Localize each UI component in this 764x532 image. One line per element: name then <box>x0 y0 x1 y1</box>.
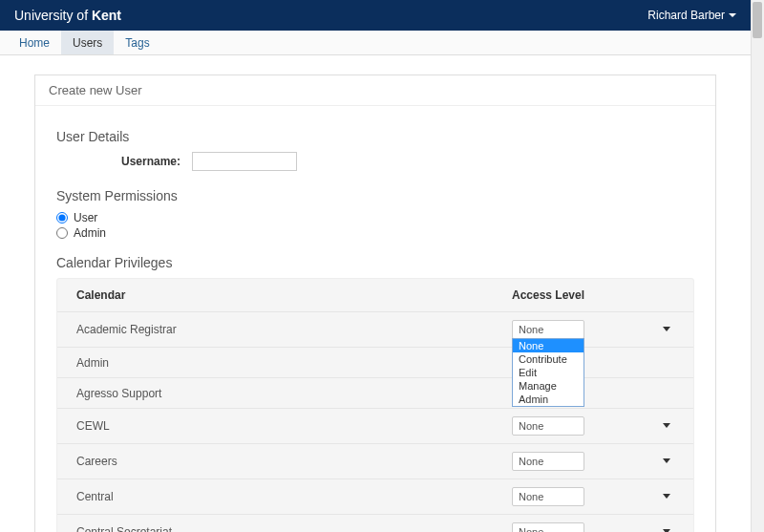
permission-admin-row[interactable]: Admin <box>56 226 694 240</box>
permission-user-label: User <box>74 211 97 224</box>
nav-tabs: Home Users Tags <box>0 31 751 55</box>
section-system-permissions: System Permissions <box>56 188 694 203</box>
access-level-option[interactable]: Admin <box>513 393 584 406</box>
calendar-name: Central <box>76 490 512 503</box>
access-cell: None <box>512 487 674 506</box>
calendar-name: Academic Registrar <box>76 323 512 336</box>
permission-user-row[interactable]: User <box>56 211 694 224</box>
permission-user-radio[interactable] <box>56 212 68 223</box>
chevron-down-icon <box>663 423 670 428</box>
calendar-name: Central Secretariat <box>76 525 512 532</box>
table-row: CareersNone <box>57 443 693 479</box>
user-menu[interactable]: Richard Barber <box>647 9 736 22</box>
brand: University of Kent <box>14 8 121 23</box>
section-user-details: User Details <box>56 129 694 144</box>
chevron-down-icon <box>663 458 670 463</box>
chevron-down-icon <box>663 327 670 331</box>
username-input[interactable] <box>192 152 297 171</box>
col-header-access: Access Level <box>512 288 674 302</box>
access-cell: None <box>512 522 674 532</box>
top-bar: University of Kent Richard Barber <box>0 0 751 31</box>
username-label: Username: <box>95 155 180 168</box>
access-level-option[interactable]: Manage <box>513 379 584 393</box>
calendar-name: Careers <box>76 455 512 468</box>
access-cell: None <box>512 416 674 436</box>
access-level-select[interactable]: None <box>512 416 584 436</box>
access-level-select[interactable]: None <box>512 522 584 532</box>
access-level-select[interactable]: None <box>512 487 584 506</box>
access-level-select[interactable]: None <box>512 320 584 339</box>
calendar-name: Agresso Support <box>76 387 512 400</box>
chevron-down-icon <box>663 494 670 499</box>
table-row: CentralNone <box>57 479 693 514</box>
scrollbar-track[interactable] <box>751 0 764 532</box>
user-menu-label: Richard Barber <box>647 9 725 22</box>
access-level-option[interactable]: None <box>513 339 584 352</box>
access-level-dropdown: NoneContributeEditManageAdmin <box>512 338 584 407</box>
access-level-option[interactable]: Edit <box>513 366 584 379</box>
calendar-name: CEWL <box>76 419 512 433</box>
brand-bold: Kent <box>92 8 121 23</box>
tab-users[interactable]: Users <box>61 31 114 54</box>
table-header: Calendar Access Level <box>57 279 693 311</box>
permission-admin-label: Admin <box>74 226 106 240</box>
table-row: Central SecretariatNone <box>57 514 693 532</box>
access-cell: None <box>512 452 674 471</box>
create-user-panel: Create new User User Details Username: S… <box>34 74 716 532</box>
brand-prefix: University of <box>14 8 92 23</box>
panel-title: Create new User <box>35 75 715 106</box>
table-row: Agresso Support <box>57 377 693 408</box>
scrollbar-thumb[interactable] <box>753 2 762 38</box>
access-level-select[interactable]: None <box>512 452 584 471</box>
permission-admin-radio[interactable] <box>56 227 68 239</box>
table-row: Academic RegistrarNoneNoneContributeEdit… <box>57 311 693 347</box>
access-level-option[interactable]: Contribute <box>513 352 584 366</box>
col-header-calendar: Calendar <box>76 288 512 302</box>
table-row: Admin <box>57 347 693 377</box>
section-calendar-privileges: Calendar Privileges <box>56 255 694 270</box>
tab-home[interactable]: Home <box>8 31 61 54</box>
access-cell: NoneNoneContributeEditManageAdmin <box>512 320 674 339</box>
calendar-privileges-table: Calendar Access Level Academic Registrar… <box>56 278 694 532</box>
calendar-name: Admin <box>76 356 512 370</box>
tab-tags[interactable]: Tags <box>114 31 160 54</box>
caret-down-icon <box>729 13 736 17</box>
table-row: CEWLNone <box>57 408 693 443</box>
